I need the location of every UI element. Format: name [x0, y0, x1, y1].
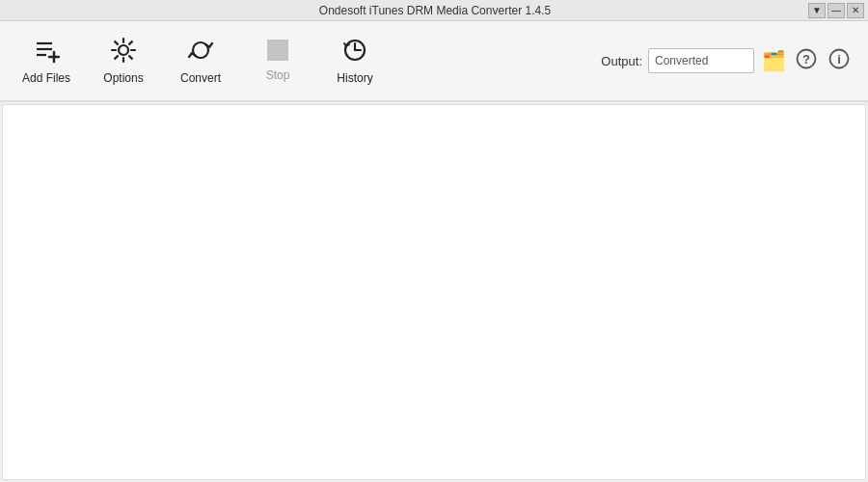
convert-button[interactable]: Convert	[162, 27, 239, 94]
info-icon: i	[828, 48, 850, 74]
output-label: Output:	[601, 54, 642, 68]
convert-label: Convert	[180, 71, 221, 85]
output-input[interactable]	[648, 48, 754, 73]
window-controls[interactable]: ▼ — ✕	[808, 3, 864, 18]
stop-icon	[267, 40, 288, 65]
svg-point-5	[119, 45, 128, 55]
folder-button[interactable]: 🗂️	[760, 48, 787, 73]
minimize-btn[interactable]: —	[827, 3, 845, 18]
history-label: History	[337, 71, 372, 85]
toolbar: Add Files Options	[0, 21, 868, 102]
info-button[interactable]: i	[826, 47, 853, 74]
history-icon	[341, 37, 368, 67]
main-content-area	[2, 104, 866, 480]
add-files-icon	[33, 37, 60, 67]
stop-label: Stop	[266, 68, 290, 82]
history-button[interactable]: History	[316, 27, 393, 94]
app-title: Ondesoft iTunes DRM Media Converter 1.4.…	[62, 4, 808, 17]
options-button[interactable]: Options	[85, 27, 162, 94]
close-btn[interactable]: ✕	[847, 3, 864, 18]
dropdown-btn[interactable]: ▼	[808, 3, 826, 18]
add-files-label: Add Files	[22, 71, 70, 85]
folder-icon: 🗂️	[762, 49, 786, 72]
help-button[interactable]: ?	[793, 47, 820, 74]
stop-button[interactable]: Stop	[239, 27, 316, 94]
output-section: Output: 🗂️ ? i	[601, 47, 853, 74]
svg-text:i: i	[837, 51, 841, 66]
add-files-button[interactable]: Add Files	[8, 27, 85, 94]
convert-icon	[187, 37, 214, 67]
svg-text:?: ?	[802, 51, 810, 66]
help-icon: ?	[796, 48, 817, 74]
options-icon	[110, 37, 137, 67]
title-bar: Ondesoft iTunes DRM Media Converter 1.4.…	[0, 0, 868, 21]
options-label: Options	[103, 71, 143, 85]
